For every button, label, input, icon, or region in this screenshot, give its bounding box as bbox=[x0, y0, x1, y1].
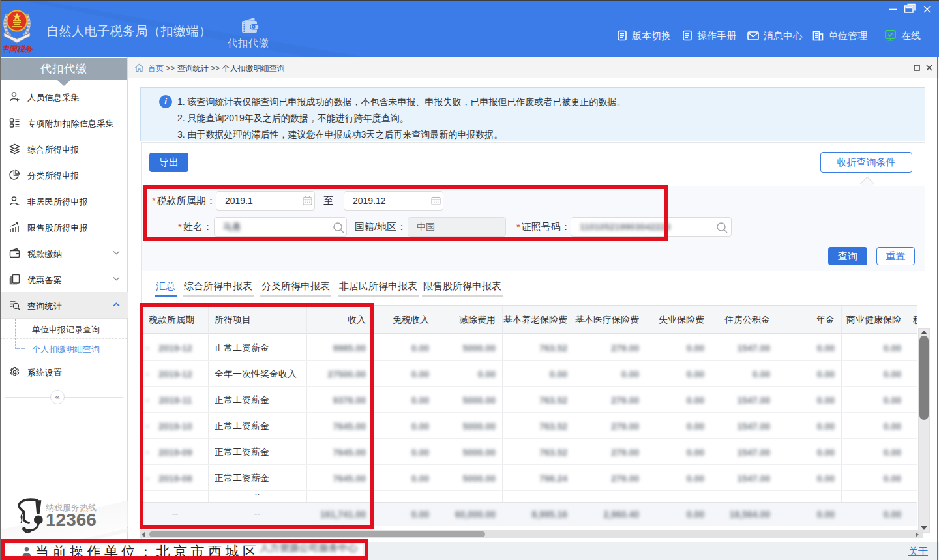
svg-text:中国税务: 中国税务 bbox=[3, 44, 34, 53]
